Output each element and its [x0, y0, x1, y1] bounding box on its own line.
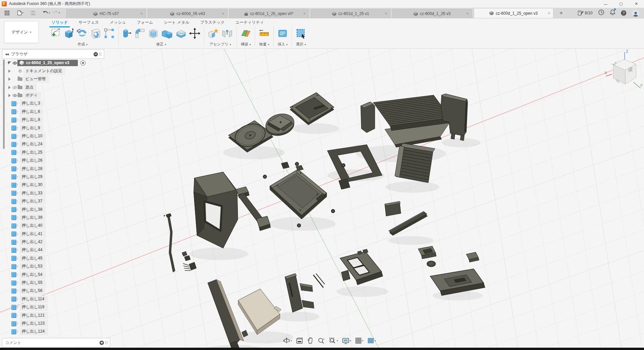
expand-arrow-icon[interactable]	[8, 94, 11, 97]
model-part-crt-bezel[interactable]	[194, 172, 238, 248]
group-label-modify[interactable]: 修正	[156, 42, 166, 47]
browser-header[interactable]: ブラウザ	[2, 49, 104, 59]
new-component-icon[interactable]	[207, 28, 219, 39]
model-part-tray-bracket[interactable]	[430, 252, 485, 296]
hole-icon[interactable]	[91, 28, 101, 39]
app-launcher-icon[interactable]	[2, 9, 12, 17]
model-part-ribbed-panel[interactable]	[395, 143, 435, 183]
browser-scrollbar-thumb[interactable]	[3, 59, 5, 149]
feature-row[interactable]: 押し出し30	[7, 182, 104, 189]
activate-component-icon[interactable]	[80, 60, 86, 65]
browser-node-row[interactable]: ⚙ ドキュメントの設定	[7, 67, 104, 74]
visibility-eye-icon[interactable]	[12, 85, 17, 90]
model-part-small-block[interactable]	[385, 201, 401, 216]
browser-node-row[interactable]: ⚙ ビュー管理	[7, 76, 104, 83]
close-button[interactable]: ✕	[629, 0, 644, 8]
document-tab[interactable]: cz-601d_1_25_open v0*	[229, 9, 309, 18]
add-comment-icon[interactable]	[100, 341, 104, 345]
shell-icon[interactable]	[148, 28, 159, 39]
insert-icon[interactable]	[277, 28, 288, 39]
group-label-create[interactable]: 作成	[77, 42, 88, 47]
tab-close-icon[interactable]	[222, 11, 224, 16]
minimize-button[interactable]: —	[598, 0, 613, 8]
visibility-eye-icon[interactable]	[12, 94, 17, 97]
press-pull-icon[interactable]	[122, 28, 132, 39]
feature-row[interactable]: 押し出し44	[7, 247, 104, 254]
group-label-insert[interactable]: 挿入	[278, 42, 288, 47]
feature-row[interactable]: 押し出し40	[7, 222, 104, 229]
tab-close-icon[interactable]	[140, 11, 143, 16]
document-tab[interactable]: cz-600d_1_25_open v3	[474, 8, 553, 18]
feature-row[interactable]: 押し出し9	[7, 125, 104, 132]
expand-arrow-icon[interactable]	[8, 77, 11, 81]
redo-icon[interactable]	[51, 9, 61, 17]
tab-close-icon[interactable]	[303, 11, 306, 16]
save-icon[interactable]	[28, 9, 38, 17]
browser-node-row[interactable]: ⚙ 原点	[7, 84, 104, 91]
fillet-icon[interactable]	[134, 28, 146, 39]
extrude-icon[interactable]	[64, 28, 74, 39]
help-icon[interactable]	[621, 10, 626, 16]
visibility-eye-icon[interactable]	[12, 61, 17, 65]
model-part-side-panel-right[interactable]	[441, 94, 468, 141]
group-label-select[interactable]: 選択	[296, 42, 306, 47]
expand-arrow-icon[interactable]	[8, 86, 11, 89]
display-settings-icon[interactable]	[341, 337, 352, 345]
collapse-panel-icon[interactable]	[5, 53, 8, 56]
extension-clock-icon[interactable]	[598, 9, 604, 17]
window-zoom-icon[interactable]	[328, 337, 339, 345]
feature-row[interactable]: 押し出し114	[7, 296, 104, 303]
comment-bar[interactable]: コメント	[2, 338, 110, 347]
feature-row[interactable]: 押し出し8	[7, 117, 104, 124]
feature-row[interactable]: 押し出し10	[7, 133, 104, 140]
feature-row[interactable]: 押し出し6	[7, 108, 104, 115]
viewports-icon[interactable]	[367, 337, 376, 344]
split-body-icon[interactable]	[175, 28, 187, 39]
feature-row[interactable]: 押し出し33	[7, 190, 104, 197]
group-label-construct[interactable]: 構築	[241, 42, 251, 47]
feature-row[interactable]: 押し出し119	[7, 304, 104, 311]
model-part-strip-and-pins[interactable]	[164, 213, 196, 272]
pattern-icon[interactable]	[104, 28, 115, 39]
browser-root-row[interactable]: cz-600d_1_25_open v3	[7, 59, 104, 66]
model-part-handle-bracket[interactable]	[236, 187, 271, 231]
feature-row[interactable]: 押し出し29	[7, 173, 104, 180]
group-label-inspect[interactable]: 検査	[259, 42, 269, 47]
maximize-button[interactable]: ▢	[613, 0, 629, 8]
joint-icon[interactable]	[221, 28, 233, 39]
feature-row[interactable]: 押し出し37	[7, 198, 104, 205]
model-part-beige-board[interactable]	[238, 289, 281, 335]
pan-icon[interactable]	[306, 337, 314, 345]
feature-row[interactable]: 押し出し124	[7, 328, 104, 335]
workspace-selector[interactable]: デザイン	[4, 21, 39, 43]
feature-row[interactable]: 押し出し56	[7, 288, 104, 295]
model-part-vented-cover[interactable]	[361, 95, 455, 147]
document-tab[interactable]: cz-600d_05 v43	[148, 9, 227, 18]
model-part-window-frame[interactable]	[340, 249, 383, 285]
document-tab[interactable]: cz-601d_1_25 v1	[311, 9, 390, 18]
minimize-panel-icon[interactable]	[94, 52, 98, 56]
feature-row[interactable]: 押し出し55	[7, 280, 104, 287]
combine-icon[interactable]	[161, 28, 173, 39]
create-sketch-icon[interactable]	[50, 28, 61, 39]
feature-row[interactable]: 押し出し38	[7, 206, 104, 213]
feature-row[interactable]: 押し出し28	[7, 165, 104, 172]
revolve-icon[interactable]	[76, 28, 88, 39]
orbit-icon[interactable]	[282, 337, 293, 345]
select-icon[interactable]	[295, 28, 307, 39]
notifications-bell-icon[interactable]	[610, 9, 615, 16]
feature-row[interactable]: 押し出し24	[7, 141, 104, 148]
grid-display-icon[interactable]	[354, 337, 364, 345]
browser-node-row[interactable]: ⚙ ボディ	[7, 92, 104, 99]
move-icon[interactable]	[189, 28, 200, 39]
feature-row[interactable]: 押し出し25	[7, 149, 104, 156]
look-at-icon[interactable]	[295, 337, 304, 345]
tab-close-icon[interactable]	[548, 11, 550, 16]
expand-arrow-icon[interactable]	[8, 69, 11, 73]
zoom-icon[interactable]: ±	[317, 337, 326, 345]
tab-close-icon[interactable]	[385, 11, 387, 16]
model-part-front-panel[interactable]	[208, 280, 248, 350]
feature-row[interactable]: 押し出し3	[7, 100, 104, 107]
new-tab-button[interactable]: +	[557, 10, 566, 16]
feature-row[interactable]: 押し出し45	[7, 255, 104, 262]
